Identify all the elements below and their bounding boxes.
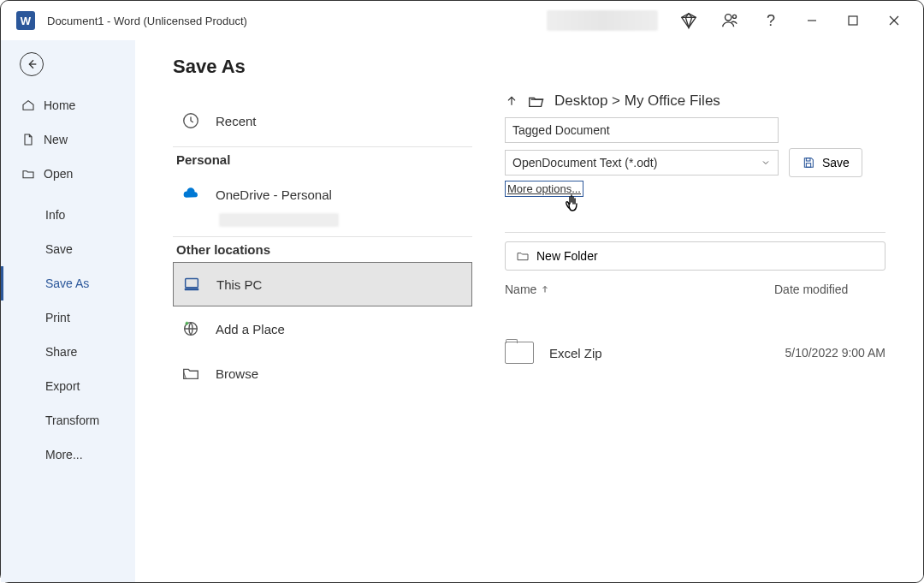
titlebar: W Document1 - Word (Unlicensed Product) … <box>1 1 923 40</box>
chevron-down-icon <box>761 158 771 168</box>
location-this-pc-label: This PC <box>216 277 262 292</box>
save-button-label: Save <box>822 156 850 170</box>
svg-point-0 <box>726 15 732 21</box>
minimize-button[interactable] <box>791 2 832 39</box>
nav-transform[interactable]: Transform <box>1 403 135 437</box>
nav-new[interactable]: New <box>1 122 135 157</box>
nav-save-as[interactable]: Save As <box>1 266 135 300</box>
computer-icon <box>182 275 201 294</box>
section-other: Other locations <box>176 242 472 257</box>
home-icon <box>21 98 35 112</box>
maximize-button[interactable] <box>832 2 874 39</box>
breadcrumb-path[interactable]: Desktop > My Office Files <box>554 92 720 110</box>
file-date: 5/10/2022 9:00 AM <box>757 346 886 360</box>
globe-plus-icon <box>181 319 200 338</box>
nav-new-label: New <box>44 133 68 146</box>
location-recent-label: Recent <box>216 114 257 128</box>
account-icon[interactable] <box>709 2 750 39</box>
folder-open-icon <box>527 92 546 110</box>
svg-point-1 <box>732 15 736 18</box>
breadcrumb-row: Desktop > My Office Files <box>505 92 886 110</box>
svg-rect-9 <box>185 289 199 291</box>
column-name[interactable]: Name <box>505 283 774 296</box>
nav-open[interactable]: Open <box>1 157 135 191</box>
nav-share-label: Share <box>45 345 77 359</box>
onedrive-icon <box>181 185 200 204</box>
nav-info-label: Info <box>45 208 65 222</box>
column-name-label: Name <box>505 283 536 296</box>
backstage-sidebar: Home New Open Info Save Save As Print Sh… <box>1 40 135 582</box>
column-date-label: Date modified <box>774 283 848 296</box>
file-list-header: Name Date modified <box>505 283 886 296</box>
new-folder-label: New Folder <box>536 249 598 263</box>
folder-open-icon <box>21 167 35 181</box>
nav-more-label: More... <box>45 448 83 461</box>
onedrive-account-blurred <box>173 213 472 229</box>
filetype-select[interactable]: OpenDocument Text (*.odt) <box>505 150 779 175</box>
file-row[interactable]: Excel Zip 5/10/2022 9:00 AM <box>505 327 886 378</box>
location-browse-label: Browse <box>216 366 258 381</box>
filetype-value: OpenDocument Text (*.odt) <box>512 156 657 170</box>
window-title: Document1 - Word (Unlicensed Product) <box>47 15 547 27</box>
sort-up-icon <box>540 284 550 294</box>
more-options-link[interactable]: More options... <box>505 181 583 197</box>
nav-export-label: Export <box>45 379 80 393</box>
svg-rect-3 <box>849 16 857 25</box>
nav-print-label: Print <box>45 311 70 324</box>
account-area-blurred <box>547 10 658 31</box>
folder-icon <box>181 364 200 383</box>
nav-save[interactable]: Save <box>1 232 135 266</box>
column-date[interactable]: Date modified <box>774 283 886 296</box>
nav-home[interactable]: Home <box>1 88 135 122</box>
location-add-place-label: Add a Place <box>216 322 285 336</box>
nav-print[interactable]: Print <box>1 300 135 335</box>
nav-save-as-label: Save As <box>45 277 89 290</box>
location-recent[interactable]: Recent <box>173 98 472 143</box>
new-folder-button[interactable]: New Folder <box>505 241 886 271</box>
page-title: Save As <box>173 56 472 78</box>
nav-transform-label: Transform <box>45 413 99 427</box>
svg-rect-11 <box>806 158 810 161</box>
clock-icon <box>181 111 200 130</box>
location-this-pc[interactable]: This PC <box>173 262 472 306</box>
location-onedrive[interactable]: OneDrive - Personal <box>173 172 472 217</box>
file-name: Excel Zip <box>549 346 757 360</box>
location-onedrive-label: OneDrive - Personal <box>216 187 332 202</box>
folder-icon <box>505 342 534 364</box>
nav-save-label: Save <box>45 242 73 256</box>
help-icon[interactable]: ? <box>750 2 791 39</box>
up-arrow-icon[interactable] <box>505 94 518 108</box>
nav-share[interactable]: Share <box>1 335 135 369</box>
nav-export[interactable]: Export <box>1 369 135 403</box>
location-browse[interactable]: Browse <box>173 351 472 396</box>
back-button[interactable] <box>20 52 44 76</box>
section-personal: Personal <box>176 152 472 167</box>
mouse-cursor <box>565 193 924 218</box>
close-button[interactable] <box>874 2 915 39</box>
location-add-place[interactable]: Add a Place <box>173 306 472 351</box>
save-button[interactable]: Save <box>789 148 862 177</box>
filename-input[interactable] <box>505 117 779 143</box>
nav-info[interactable]: Info <box>1 198 135 232</box>
nav-more[interactable]: More... <box>1 437 135 472</box>
word-app-icon: W <box>16 11 35 30</box>
diamond-icon[interactable] <box>668 2 709 39</box>
folder-plus-icon <box>516 249 530 263</box>
svg-rect-12 <box>806 164 810 168</box>
save-disk-icon <box>802 156 815 170</box>
nav-open-label: Open <box>44 167 73 181</box>
svg-rect-8 <box>186 279 198 288</box>
nav-home-label: Home <box>44 98 75 112</box>
document-icon <box>21 133 35 146</box>
